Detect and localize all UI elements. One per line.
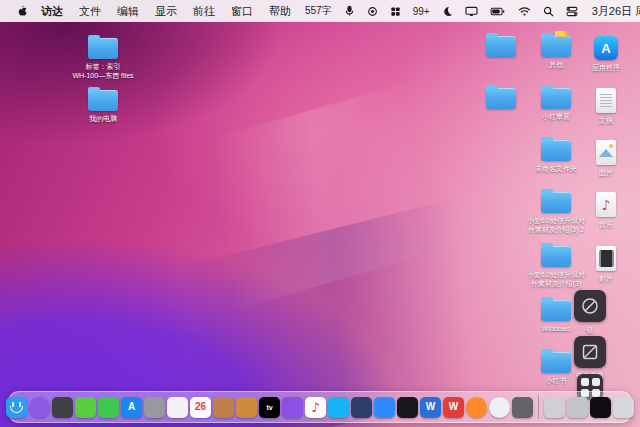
notification-badge[interactable]: 99+ xyxy=(407,6,436,17)
dock-glyph: ♪ xyxy=(311,401,319,414)
menu-finder[interactable]: 访达 xyxy=(33,4,71,19)
desktop-item-tag-index[interactable]: 标签：索引 WH-100—东西 files xyxy=(68,38,138,80)
control-center-icon[interactable] xyxy=(560,6,584,17)
desktop-item-label: 我的电脑 xyxy=(89,114,117,123)
battery-icon[interactable] xyxy=(484,6,512,17)
folder-icon xyxy=(541,88,571,109)
screen-record-icon[interactable] xyxy=(361,6,384,17)
desktop-item-pictures[interactable]: 图片 xyxy=(571,140,640,177)
menu-bar-status: 557字 99+ 3月26日 周二 13:21 xyxy=(299,4,640,19)
dock-app-gray[interactable] xyxy=(512,397,533,418)
dock-app-black[interactable] xyxy=(590,397,611,418)
dock-minimized-window-2[interactable] xyxy=(567,397,588,418)
folder-with-items-icon xyxy=(541,36,571,57)
music-note-glyph: ♪ xyxy=(602,197,611,213)
dock-separator xyxy=(538,395,539,419)
dock-app-store[interactable]: A xyxy=(121,397,142,418)
dock-glyph: A xyxy=(128,402,135,412)
folder-icon xyxy=(486,36,516,57)
grid-tile xyxy=(581,378,589,386)
dock-app-dark[interactable] xyxy=(52,397,73,418)
unavailable-app-icon xyxy=(574,290,606,322)
menu-bar-left: 访达 文件 编辑 显示 前往 窗口 帮助 xyxy=(10,4,299,19)
dock-music[interactable]: ♪ xyxy=(305,397,326,418)
sun-glyph xyxy=(609,144,613,148)
dock-firefox[interactable] xyxy=(466,397,487,418)
document-icon xyxy=(596,88,616,113)
dock-qq[interactable] xyxy=(328,397,349,418)
desktop-item-label: 音乐 xyxy=(599,220,613,229)
apple-menu[interactable] xyxy=(10,5,33,18)
dock-apple-tv[interactable]: tv xyxy=(259,397,280,418)
dock-browser[interactable] xyxy=(489,397,510,418)
dock-siri[interactable] xyxy=(29,397,50,418)
film-strip-glyph xyxy=(599,250,614,267)
dock-calendar-date: 26 xyxy=(195,402,206,412)
desktop-item-label: 小红章置 xyxy=(542,112,570,121)
dock-calendar[interactable]: 26 xyxy=(190,397,211,418)
desktop-item-label: 应用程序 xyxy=(592,63,620,72)
document-lines xyxy=(600,94,612,107)
menubar-datetime[interactable]: 3月26日 周二 13:21 xyxy=(584,4,640,19)
dock-messages[interactable] xyxy=(98,397,119,418)
dock-wechat[interactable] xyxy=(75,397,96,418)
folder-icon xyxy=(541,140,571,161)
desktop-item-applications[interactable]: A 应用程序 xyxy=(571,36,640,72)
desktop-item-label: 链 xyxy=(587,325,594,334)
dock: A 26 tv ♪ W W xyxy=(8,391,632,423)
wifi-icon[interactable] xyxy=(512,6,537,17)
dock-app-navy[interactable] xyxy=(351,397,372,418)
menu-edit[interactable]: 编辑 xyxy=(109,4,147,19)
launch-grid-icon[interactable] xyxy=(384,6,407,17)
desktop-item-label: 标签：索引 WH-100—东西 files xyxy=(72,62,133,80)
dock-word[interactable]: W xyxy=(420,397,441,418)
folder-icon xyxy=(541,192,571,213)
dock-meeting[interactable] xyxy=(374,397,395,418)
menu-view[interactable]: 显示 xyxy=(147,4,185,19)
folder-icon xyxy=(88,90,118,111)
menu-help[interactable]: 帮助 xyxy=(261,4,299,19)
mountain-glyph xyxy=(599,149,613,157)
folder-icon xyxy=(88,38,118,59)
desktop-item-label: 其他 xyxy=(549,60,563,69)
search-icon[interactable] xyxy=(537,6,560,17)
word-count-status[interactable]: 557字 xyxy=(299,4,338,18)
desktop-item-documents[interactable]: 文稿 xyxy=(571,88,640,125)
grid-tile xyxy=(592,378,600,386)
desktop-item-label: 影片 xyxy=(599,274,613,283)
dock-notes[interactable] xyxy=(213,397,234,418)
label-line-2: WH-100—东西 files xyxy=(72,71,133,80)
music-icon: ♪ xyxy=(596,192,616,217)
dock-glyph: W xyxy=(449,402,458,412)
dock-finder[interactable] xyxy=(6,397,27,418)
menu-file[interactable]: 文件 xyxy=(71,4,109,19)
apple-logo-icon xyxy=(16,5,27,18)
dock-trash[interactable] xyxy=(613,397,634,418)
screen-mirroring-icon[interactable] xyxy=(459,6,484,17)
menu-go[interactable]: 前往 xyxy=(185,4,223,19)
desktop-item-label: 文稿 xyxy=(599,116,613,125)
pictures-icon xyxy=(596,140,616,165)
dock-minimized-window-1[interactable] xyxy=(544,397,565,418)
dock-wps[interactable]: W xyxy=(443,397,464,418)
desktop-item-my-computer[interactable]: 我的电脑 xyxy=(68,90,138,123)
dock-system-preferences[interactable] xyxy=(144,397,165,418)
desktop-item-music[interactable]: ♪ 音乐 xyxy=(571,192,640,229)
menu-window[interactable]: 窗口 xyxy=(223,4,261,19)
menu-bar: 访达 文件 编辑 显示 前往 窗口 帮助 557字 99+ xyxy=(0,0,640,22)
dock-books[interactable] xyxy=(236,397,257,418)
dock-photos[interactable] xyxy=(167,397,188,418)
do-not-disturb-moon-icon[interactable] xyxy=(436,6,459,17)
prohibited-icon xyxy=(580,342,600,362)
folder-icon xyxy=(541,246,571,267)
dock-douyin[interactable] xyxy=(397,397,418,418)
dock-glyph: tv xyxy=(266,404,272,411)
prohibited-icon xyxy=(580,296,600,316)
microphone-icon[interactable] xyxy=(338,5,361,17)
dock-podcasts[interactable] xyxy=(282,397,303,418)
desktop-item-label: 图片 xyxy=(599,168,613,177)
app-store-icon: A xyxy=(594,36,618,60)
desktop-item-movies[interactable]: 影片 xyxy=(571,246,640,283)
desktop-item-link[interactable]: 链 xyxy=(555,290,625,334)
dock-glyph: W xyxy=(426,402,435,412)
